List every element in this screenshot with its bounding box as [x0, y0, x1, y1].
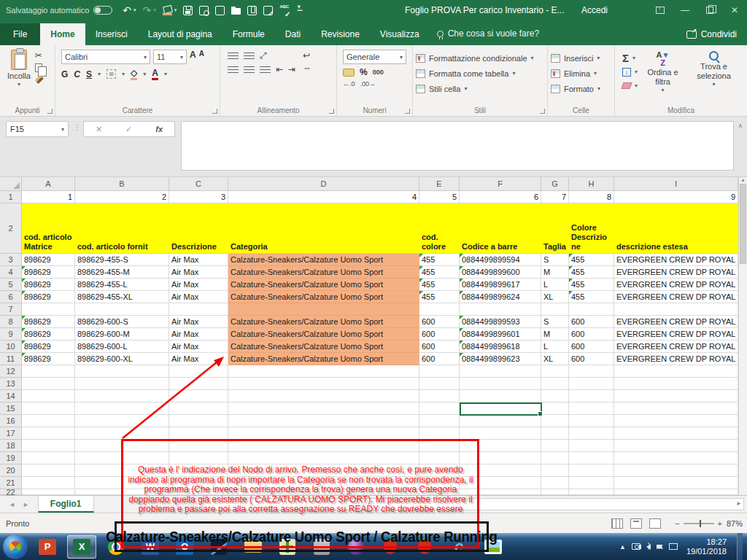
cell[interactable]: 0884499899623 — [460, 353, 541, 365]
row-header[interactable]: 5 — [0, 279, 22, 291]
share-button[interactable]: Condividi — [686, 29, 737, 39]
fill-color-icon[interactable]: ◇ — [131, 68, 137, 80]
cell[interactable]: 5 — [419, 191, 460, 203]
cell[interactable]: cod. colore — [419, 203, 460, 254]
taskbar-ie-icon[interactable]: e — [444, 535, 473, 559]
row-header[interactable]: 10 — [0, 341, 22, 353]
copy-icon[interactable] — [35, 63, 42, 72]
cell[interactable] — [75, 452, 169, 464]
cell[interactable] — [460, 365, 541, 378]
cell[interactable]: Air Max — [169, 316, 228, 328]
column-header-F[interactable]: F — [460, 177, 541, 191]
cell[interactable]: 898629 — [22, 279, 75, 291]
cell[interactable]: 7 — [541, 191, 569, 203]
cell[interactable] — [460, 303, 541, 316]
cell[interactable] — [75, 402, 169, 415]
network-icon[interactable] — [669, 543, 678, 550]
taskbar-excel-icon[interactable]: X — [67, 535, 96, 559]
row-header[interactable]: 16 — [0, 415, 22, 427]
sheet-nav-left-icon[interactable]: ◄ — [9, 501, 15, 508]
cell[interactable]: Descrizione — [169, 203, 228, 254]
cell[interactable]: Calzature-Sneakers/Calzature Uomo Sport — [228, 316, 419, 328]
merge-center-icon[interactable]: ⇔ — [303, 63, 311, 73]
tab-dati[interactable]: Dati — [275, 23, 311, 45]
borders-icon[interactable]: ⊞ — [107, 69, 116, 79]
tab-revisione[interactable]: Revisione — [311, 23, 370, 45]
cell[interactable] — [460, 402, 541, 415]
chevron-down-icon[interactable]: ▾ — [164, 71, 167, 77]
close-button[interactable]: ✕ — [722, 0, 747, 20]
italic-button[interactable]: C — [74, 69, 80, 79]
cell[interactable] — [569, 390, 614, 402]
cell[interactable] — [228, 427, 419, 440]
cell[interactable]: 0884499899594 — [460, 254, 541, 266]
taskbar-clock[interactable]: 18:27 19/01/2018 — [686, 537, 727, 556]
cell[interactable] — [169, 378, 228, 390]
insert-cells-button[interactable]: Inserisci ▾ — [551, 51, 600, 65]
undo-icon[interactable]: ↶ — [123, 5, 131, 15]
cell[interactable]: Calzature-Sneakers/Calzature Uomo Sport — [228, 279, 419, 291]
decrease-indent-icon[interactable]: ⇤ — [276, 65, 283, 74]
format-as-table-button[interactable]: Formatta come tabella ▾ — [416, 66, 534, 80]
cell[interactable]: 3 — [169, 191, 228, 203]
cell[interactable] — [169, 365, 228, 378]
cell[interactable] — [614, 390, 738, 402]
cell[interactable] — [228, 365, 419, 378]
cell[interactable] — [75, 390, 169, 402]
cell[interactable]: S — [541, 254, 569, 266]
taskbar-strawberry-icon[interactable] — [410, 535, 439, 559]
taskbar-word-icon[interactable]: W — [136, 535, 165, 559]
name-box[interactable]: F15 ▾ — [6, 121, 69, 137]
column-header-I[interactable]: I — [614, 177, 738, 191]
cell[interactable] — [228, 303, 419, 316]
cell[interactable] — [460, 390, 541, 402]
row-header[interactable]: 22 — [0, 489, 22, 495]
cell[interactable] — [169, 452, 228, 464]
row-header[interactable]: 3 — [0, 254, 22, 266]
align-right-icon[interactable] — [260, 66, 271, 74]
cell[interactable]: cod. articolo Matrice — [22, 203, 75, 254]
align-top-icon[interactable] — [228, 52, 239, 60]
cell[interactable]: 6 — [460, 191, 541, 203]
cell[interactable] — [541, 390, 569, 402]
cell[interactable]: EVERGREEN CREW DP ROYAL — [614, 316, 738, 328]
cell[interactable] — [419, 390, 460, 402]
cell[interactable]: 898629 — [22, 316, 75, 328]
cell[interactable] — [75, 427, 169, 440]
cell[interactable] — [22, 390, 75, 402]
cell[interactable] — [614, 365, 738, 378]
cell[interactable]: 8 — [569, 191, 614, 203]
row-header[interactable]: 17 — [0, 427, 22, 440]
cell[interactable]: 2 — [75, 191, 169, 203]
column-header-A[interactable]: A — [22, 177, 75, 191]
align-center-icon[interactable] — [244, 66, 255, 74]
cell[interactable]: 600 — [419, 328, 460, 341]
cell[interactable] — [569, 477, 614, 489]
chevron-down-icon[interactable]: ▾ — [98, 71, 101, 77]
cell[interactable] — [228, 440, 419, 452]
cell[interactable] — [169, 303, 228, 316]
dialog-launcher-icon[interactable] — [212, 109, 217, 114]
cell[interactable]: EVERGREEN CREW DP ROYAL — [614, 254, 738, 266]
cell[interactable] — [22, 402, 75, 415]
cell[interactable] — [228, 464, 419, 477]
increase-decimal-icon[interactable]: ←.0 — [343, 80, 355, 88]
autosum-button[interactable]: Σ▾ — [622, 52, 638, 63]
cell[interactable]: Taglia — [541, 203, 569, 254]
tab-home[interactable]: Home — [40, 23, 85, 45]
taskbar-strawberry-icon[interactable] — [376, 535, 405, 559]
cell[interactable]: Calzature-Sneakers/Calzature Uomo Sport — [228, 291, 419, 303]
delete-cells-button[interactable]: Elimina ▾ — [551, 66, 600, 80]
cell[interactable]: M — [541, 266, 569, 279]
cell[interactable] — [75, 464, 169, 477]
row-header[interactable]: 4 — [0, 266, 22, 279]
cell[interactable]: 455 — [419, 279, 460, 291]
conditional-formatting-button[interactable]: Formattazione condizionale ▾ — [416, 51, 534, 65]
sign-in-button[interactable]: Accedi — [581, 5, 608, 15]
cell[interactable] — [419, 464, 460, 477]
cell[interactable] — [75, 378, 169, 390]
align-middle-icon[interactable] — [244, 52, 255, 60]
cell[interactable] — [541, 415, 569, 427]
cell[interactable]: 0884499899600 — [460, 266, 541, 279]
cell[interactable] — [541, 427, 569, 440]
